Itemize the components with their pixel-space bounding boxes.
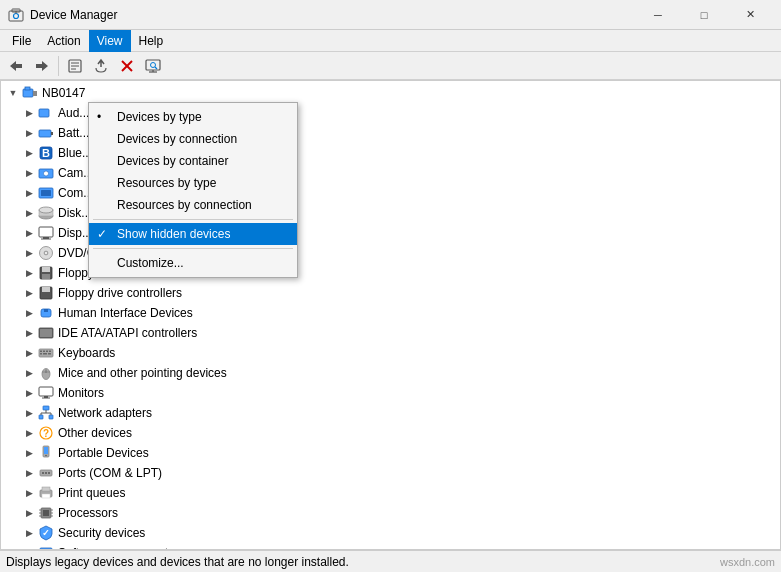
dropdown-sep-1: [93, 219, 293, 220]
toolbar: [0, 52, 781, 80]
label-bluetooth: Blue...: [58, 146, 92, 160]
svg-rect-51: [49, 351, 51, 353]
toolbar-properties[interactable]: [63, 54, 87, 78]
label-audio: Aud...: [58, 106, 89, 120]
label-disk: Disk...: [58, 206, 91, 220]
main-content-wrapper: ▼ NB0147 ▶ Aud...: [0, 80, 781, 550]
arrow-floppy-ctrl: ▶: [21, 285, 37, 301]
close-button[interactable]: ✕: [727, 0, 773, 30]
tree-item-mice[interactable]: ▶ Mice and other pointing devices: [1, 363, 780, 383]
minimize-button[interactable]: ─: [635, 0, 681, 30]
arrow-batteries: ▶: [21, 125, 37, 141]
svg-rect-21: [39, 130, 51, 137]
arrow-dvd: ▶: [21, 245, 37, 261]
svg-rect-54: [48, 353, 51, 355]
arrow-disk: ▶: [21, 205, 37, 221]
menu-file[interactable]: File: [4, 30, 39, 52]
label-print: Print queues: [58, 486, 125, 500]
svg-rect-42: [42, 287, 50, 292]
menu-action[interactable]: Action: [39, 30, 88, 52]
tree-item-other[interactable]: ▶ ? Other devices: [1, 423, 780, 443]
svg-rect-71: [44, 447, 48, 454]
menu-help[interactable]: Help: [131, 30, 172, 52]
arrow-keyboards: ▶: [21, 345, 37, 361]
svg-rect-89: [40, 548, 52, 550]
svg-rect-20: [39, 109, 49, 117]
tree-item-ports[interactable]: ▶ Ports (COM & LPT): [1, 463, 780, 483]
label-ide: IDE ATA/ATAPI controllers: [58, 326, 197, 340]
svg-marker-4: [10, 61, 22, 71]
menu-bar: File Action View Help: [0, 30, 781, 52]
menu-resources-by-connection[interactable]: Resources by connection: [89, 194, 297, 216]
arrow-ports: ▶: [21, 465, 37, 481]
tree-item-processors[interactable]: ▶ Processors: [1, 503, 780, 523]
label-mice: Mice and other pointing devices: [58, 366, 227, 380]
root-expand-arrow: ▼: [5, 85, 21, 101]
tree-item-security[interactable]: ▶ ✓ Security devices: [1, 523, 780, 543]
icon-floppy-disk: [37, 264, 55, 282]
label-processors: Processors: [58, 506, 118, 520]
menu-show-hidden[interactable]: ✓ Show hidden devices: [89, 223, 297, 245]
label-sw-components: Software components: [58, 546, 174, 550]
status-right: wsxdn.com: [720, 556, 775, 568]
svg-rect-19: [33, 91, 37, 96]
tree-item-network[interactable]: ▶ Network adapters: [1, 403, 780, 423]
toolbar-forward[interactable]: [30, 54, 54, 78]
svg-point-76: [48, 472, 50, 474]
menu-devices-by-type[interactable]: • Devices by type: [89, 106, 297, 128]
toolbar-update[interactable]: [89, 54, 113, 78]
svg-rect-22: [51, 132, 53, 135]
icon-audio: [37, 104, 55, 122]
tree-item-floppy-ctrl[interactable]: ▶ Floppy drive controllers: [1, 283, 780, 303]
check-show-hidden: ✓: [97, 227, 107, 241]
title-bar: Device Manager ─ □ ✕: [0, 0, 781, 30]
svg-rect-48: [40, 351, 42, 353]
toolbar-uninstall[interactable]: [115, 54, 139, 78]
view-dropdown-menu[interactable]: • Devices by type Devices by connection …: [88, 102, 298, 278]
menu-customize[interactable]: Customize...: [89, 252, 297, 274]
tree-item-ide[interactable]: ▶ IDE ATA/ATAPI controllers: [1, 323, 780, 343]
label-keyboards: Keyboards: [58, 346, 115, 360]
arrow-cameras: ▶: [21, 165, 37, 181]
status-text: Displays legacy devices and devices that…: [6, 555, 720, 569]
tree-item-keyboards[interactable]: ▶ Keyboards: [1, 343, 780, 363]
menu-view[interactable]: View: [89, 30, 131, 52]
menu-devices-by-connection[interactable]: Devices by connection: [89, 128, 297, 150]
icon-portable: [37, 444, 55, 462]
status-bar: Displays legacy devices and devices that…: [0, 550, 781, 572]
icon-monitors: [37, 384, 55, 402]
check-by-type: •: [97, 110, 101, 124]
svg-text:✓: ✓: [42, 528, 50, 538]
icon-cameras: [37, 164, 55, 182]
tree-item-sw-components[interactable]: ▶ Software components: [1, 543, 780, 550]
tree-item-monitors[interactable]: ▶ Monitors: [1, 383, 780, 403]
maximize-button[interactable]: □: [681, 0, 727, 30]
icon-other: ?: [37, 424, 55, 442]
svg-point-31: [39, 207, 53, 213]
tree-root-item[interactable]: ▼ NB0147: [1, 83, 780, 103]
arrow-bluetooth: ▶: [21, 145, 37, 161]
svg-point-2: [14, 13, 19, 18]
icon-floppy-ctrl: [37, 284, 55, 302]
menu-resources-by-type[interactable]: Resources by type: [89, 172, 297, 194]
svg-point-37: [45, 252, 47, 254]
svg-rect-40: [42, 274, 50, 279]
label-ports: Ports (COM & LPT): [58, 466, 162, 480]
menu-devices-by-container[interactable]: Devices by container: [89, 150, 297, 172]
arrow-display: ▶: [21, 225, 37, 241]
tree-item-portable[interactable]: ▶ Portable Devices: [1, 443, 780, 463]
app-icon: [8, 7, 24, 23]
label-hid: Human Interface Devices: [58, 306, 193, 320]
toolbar-scan[interactable]: [141, 54, 165, 78]
icon-bluetooth: B: [37, 144, 55, 162]
label-display: Disp...: [58, 226, 92, 240]
svg-rect-50: [46, 351, 48, 353]
arrow-com: ▶: [21, 185, 37, 201]
label-portable: Portable Devices: [58, 446, 149, 460]
arrow-other: ▶: [21, 425, 37, 441]
svg-rect-46: [40, 329, 52, 337]
svg-rect-61: [43, 406, 49, 410]
tree-item-hid[interactable]: ▶ Human Interface Devices: [1, 303, 780, 323]
toolbar-back[interactable]: [4, 54, 28, 78]
tree-item-print[interactable]: ▶ Print queues: [1, 483, 780, 503]
